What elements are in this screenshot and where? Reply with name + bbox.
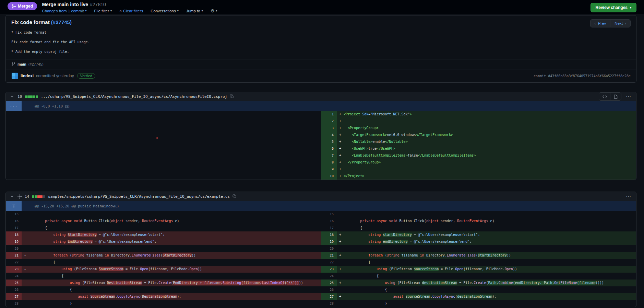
code-line: - using (FileStream SourceStream = File.…	[22, 266, 321, 273]
line-number[interactable]: 28	[6, 300, 22, 307]
line-number[interactable]: 15	[6, 211, 22, 218]
file-card-csproj: 10 .../csharp/VS_Snippets_CLR/Asynchrono…	[5, 92, 636, 180]
chevron-right-icon: ›	[625, 21, 626, 26]
empty-gutter	[6, 145, 22, 152]
code-line: - await SourceStream.CopyToAsync(Destina…	[22, 293, 321, 300]
copy-path-button[interactable]	[232, 194, 237, 198]
collapse-file-button[interactable]	[9, 94, 15, 99]
source-view-button[interactable]	[599, 93, 610, 100]
move-arrows-icon	[17, 194, 22, 199]
avatar[interactable]	[11, 72, 18, 79]
line-number[interactable]: 23	[6, 266, 22, 273]
line-number[interactable]: 17	[6, 225, 22, 231]
line-number[interactable]: 26	[6, 286, 22, 293]
file-options-kebab[interactable]: ···	[625, 94, 633, 99]
file-filter-dropdown[interactable]: File filter▾	[94, 9, 112, 13]
changes-from-commit-dropdown[interactable]: Changes from 1 commit▾	[42, 9, 86, 13]
empty-code-cell	[22, 138, 321, 145]
line-number[interactable]: 15	[321, 211, 337, 218]
line-number[interactable]: 25	[6, 280, 22, 286]
rich-diff-button[interactable]	[610, 93, 621, 100]
diff-settings-gear[interactable]: ⚙▾	[211, 8, 217, 13]
line-number[interactable]: 26	[321, 286, 337, 293]
commit-pr-link[interactable]: (#27745)	[51, 19, 72, 25]
next-commit-button[interactable]: Next›	[610, 19, 631, 27]
commit-title: Fix code format (#27745)	[11, 19, 72, 25]
move-handle-icon[interactable]	[17, 194, 22, 199]
line-number[interactable]: 28	[321, 300, 337, 307]
diff-view-toggle	[599, 92, 621, 101]
commit-message: * Fix code format Fix code format and fi…	[6, 28, 636, 59]
empty-gutter	[6, 118, 22, 125]
line-number[interactable]: 24	[321, 273, 337, 280]
line-number[interactable]: 9	[321, 166, 337, 173]
line-number[interactable]: 2	[321, 118, 337, 125]
line-number[interactable]: 27	[321, 293, 337, 300]
jump-to-dropdown[interactable]: Jump to▾	[186, 9, 203, 13]
line-number[interactable]: 8	[321, 159, 337, 166]
file-changes-count: 10	[17, 94, 22, 99]
line-number[interactable]: 1	[321, 111, 337, 118]
line-number[interactable]: 25	[321, 280, 337, 286]
line-number[interactable]: 23	[321, 266, 337, 273]
line-number[interactable]: 20	[321, 245, 337, 252]
code-line: +<Project Sdk="Microsoft.NET.Sdk">	[337, 111, 636, 118]
hunk-range-text: @@ -15,20 +15,20 @@ public MainWindow()	[22, 201, 119, 211]
line-number[interactable]: 20	[6, 245, 22, 252]
code-line: + <PropertyGroup>	[337, 125, 636, 132]
code-line: + </PropertyGroup>	[337, 159, 636, 166]
code-line: {	[337, 273, 636, 280]
prev-commit-button[interactable]: ‹Prev	[590, 19, 610, 27]
line-number[interactable]: 16	[6, 218, 22, 225]
code-line	[22, 245, 321, 252]
review-changes-button[interactable]: Review changes▾	[591, 3, 636, 12]
empty-gutter	[6, 152, 22, 159]
line-number[interactable]: 17	[321, 225, 337, 231]
line-number[interactable]: 5	[321, 138, 337, 145]
file-path[interactable]: .../csharp/VS_Snippets_CLR/Asynchronous_…	[41, 94, 227, 99]
line-number[interactable]: 24	[6, 273, 22, 280]
copy-path-button[interactable]	[230, 94, 234, 99]
code-line: + await sourceStream.CopyToAsync(destina…	[337, 293, 636, 300]
line-number[interactable]: 7	[321, 152, 337, 159]
line-number[interactable]: 19	[321, 238, 337, 245]
pr-title-block: Merge main into live#27810 Changes from …	[42, 2, 217, 13]
line-number[interactable]: 18	[321, 231, 337, 238]
collapse-file-button[interactable]	[9, 194, 15, 198]
commit-author-link[interactable]: lindexi	[21, 73, 34, 78]
code-line: private async void Button_Click(object s…	[337, 218, 636, 225]
commit-sha: commit d43f86b83a3f87640571974b6f66a5227…	[534, 74, 631, 78]
file-options-kebab[interactable]: ···	[625, 194, 633, 199]
close-icon: ×	[119, 9, 122, 13]
line-number[interactable]: 6	[321, 145, 337, 152]
line-number[interactable]: 16	[321, 218, 337, 225]
chevron-down-icon	[10, 194, 14, 198]
commit-branch-row: main (#27745)	[6, 59, 636, 69]
code-line: private async void Button_Click(object s…	[22, 218, 321, 225]
line-number[interactable]: 10	[321, 173, 337, 180]
conversations-dropdown[interactable]: Conversations▾	[151, 9, 179, 13]
expand-up-button[interactable]	[6, 201, 22, 211]
hunk-header: ··· @@ -0,0 +1,10 @@	[6, 101, 636, 111]
code-line: {	[337, 225, 636, 231]
pr-title: Merge main into live	[42, 2, 88, 7]
branch-name: main	[17, 62, 26, 66]
code-line: - foreach (string filename in Directory.…	[22, 252, 321, 259]
line-number[interactable]: 22	[321, 259, 337, 266]
line-number[interactable]: 21	[321, 252, 337, 259]
line-number[interactable]: 19	[6, 238, 22, 245]
cursor-artifact	[156, 137, 158, 139]
line-number[interactable]: 18	[6, 231, 22, 238]
expand-up-icon	[12, 204, 16, 208]
line-number[interactable]: 4	[321, 132, 337, 138]
verified-badge[interactable]: Verified	[77, 73, 95, 79]
line-number[interactable]: 27	[6, 293, 22, 300]
line-number[interactable]: 21	[6, 252, 22, 259]
file-path[interactable]: samples/snippets/csharp/VS_Snippets_CLR/…	[48, 194, 230, 199]
expand-hunk-button[interactable]: ···	[6, 101, 22, 111]
line-number[interactable]: 22	[6, 259, 22, 266]
code-line: + using (FileStream sourceStream = File.…	[337, 266, 636, 273]
clear-filters-button[interactable]: ×Clear filters	[119, 9, 143, 13]
diffstat	[25, 95, 38, 98]
line-number[interactable]: 3	[321, 125, 337, 132]
